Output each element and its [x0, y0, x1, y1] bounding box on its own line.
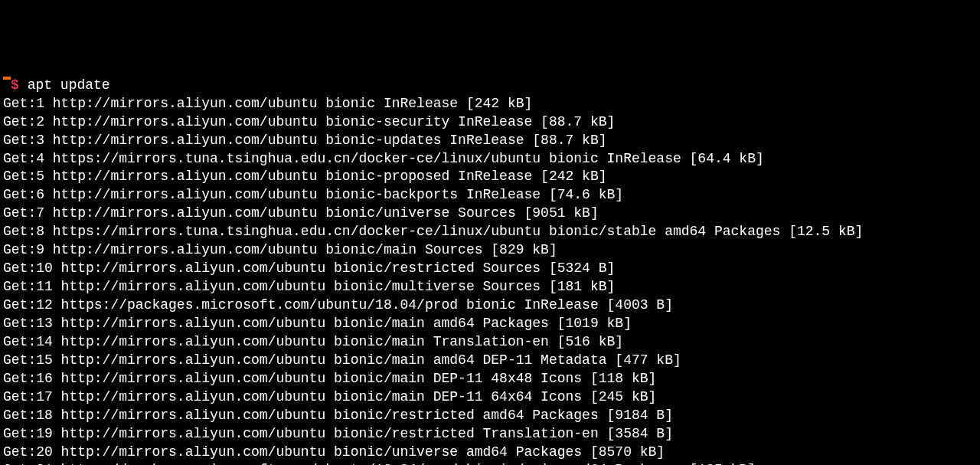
output-line: Get:2 http://mirrors.aliyun.com/ubuntu b… — [3, 113, 977, 132]
output-line: Get:5 http://mirrors.aliyun.com/ubuntu b… — [3, 168, 977, 186]
output-line: Get:13 http://mirrors.aliyun.com/ubuntu … — [3, 315, 977, 333]
command-text: apt update — [28, 77, 110, 93]
output-line: Get:10 http://mirrors.aliyun.com/ubuntu … — [3, 260, 977, 278]
output-line: Get:11 http://mirrors.aliyun.com/ubuntu … — [3, 278, 977, 296]
terminal-output[interactable]: $ apt updateGet:1 http://mirrors.aliyun.… — [3, 77, 977, 465]
output-line: Get:1 http://mirrors.aliyun.com/ubuntu b… — [3, 95, 977, 113]
cursor-icon — [3, 77, 11, 80]
prompt-symbol: $ — [11, 77, 19, 93]
output-line: Get:16 http://mirrors.aliyun.com/ubuntu … — [3, 370, 977, 388]
output-line: Get:12 https://packages.microsoft.com/ub… — [3, 296, 977, 315]
output-line: Get:17 http://mirrors.aliyun.com/ubuntu … — [3, 388, 977, 407]
output-line: Get:15 http://mirrors.aliyun.com/ubuntu … — [3, 352, 977, 370]
output-line: Get:8 https://mirrors.tuna.tsinghua.edu.… — [3, 223, 977, 241]
prompt-line: $ apt update — [3, 77, 977, 95]
output-line: Get:20 http://mirrors.aliyun.com/ubuntu … — [3, 444, 977, 462]
output-line: Get:9 http://mirrors.aliyun.com/ubuntu b… — [3, 241, 977, 260]
output-line: Get:19 http://mirrors.aliyun.com/ubuntu … — [3, 425, 977, 444]
output-line: Get:3 http://mirrors.aliyun.com/ubuntu b… — [3, 132, 977, 150]
output-line: Get:14 http://mirrors.aliyun.com/ubuntu … — [3, 333, 977, 352]
output-line: Get:18 http://mirrors.aliyun.com/ubuntu … — [3, 407, 977, 425]
output-line: Get:21 https://packages.microsoft.com/ub… — [3, 461, 977, 465]
output-line: Get:6 http://mirrors.aliyun.com/ubuntu b… — [3, 186, 977, 205]
output-line: Get:4 https://mirrors.tuna.tsinghua.edu.… — [3, 150, 977, 169]
output-line: Get:7 http://mirrors.aliyun.com/ubuntu b… — [3, 205, 977, 223]
